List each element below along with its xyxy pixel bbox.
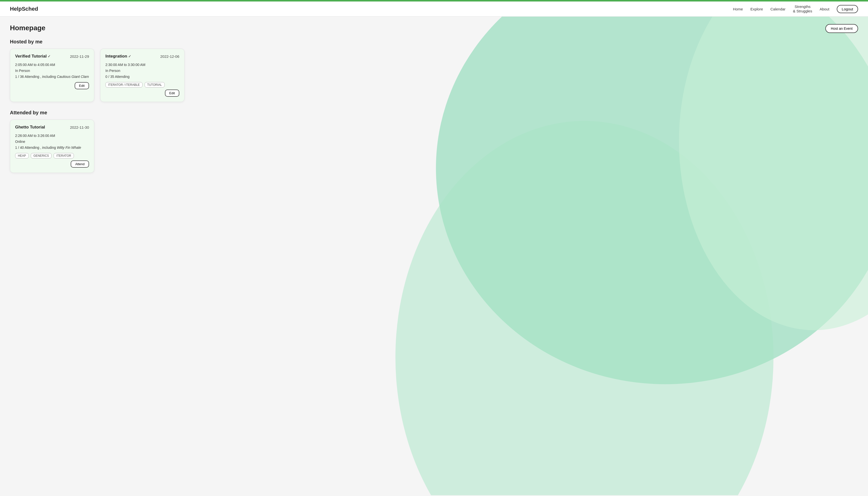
card-attending: 1 / 36 Attending , including Cautious Gi… — [15, 75, 89, 79]
nav-home[interactable]: Home — [733, 7, 743, 11]
card-location: In Person — [105, 69, 179, 73]
card-footer: ITERATOR / ITERABLE TUTORIAL Edit — [105, 82, 179, 97]
nav-calendar[interactable]: Calendar — [770, 7, 786, 11]
verified-icon: ✓ — [48, 54, 51, 58]
attended-section-title: Attended by me — [10, 110, 858, 115]
card-location: Online — [15, 140, 89, 144]
attended-section: Attended by me Ghetto Tutorial 2022-11-3… — [10, 110, 858, 173]
content-area: Homepage Host an Event Hosted by me Veri… — [10, 24, 858, 173]
card-attending: 1 / 40 Attending , including Witty Fin W… — [15, 145, 89, 150]
nav-links: Home Explore Calendar Strengths& Struggl… — [733, 4, 858, 13]
card-time: 2:30:00 AM to 3:30:00 AM — [105, 63, 179, 67]
card-title-group: Verified Tutorial✓ — [15, 54, 51, 59]
attend-button-ghetto-tutorial[interactable]: Attend — [71, 160, 89, 168]
nav-explore[interactable]: Explore — [750, 7, 763, 11]
card-date: 2022-11-30 — [70, 125, 89, 129]
card-time: 2:05:00 AM to 4:05:00 AM — [15, 63, 89, 67]
hosted-cards-row: Verified Tutorial✓ 2022-11-29 2:05:00 AM… — [10, 49, 858, 102]
edit-button-verified-tutorial[interactable]: Edit — [75, 82, 89, 89]
card-header: Integration✓ 2022-12-06 — [105, 54, 179, 59]
card-date: 2022-11-29 — [70, 54, 89, 59]
tag-tutorial: TUTORIAL — [144, 82, 165, 88]
card-date: 2022-12-06 — [160, 54, 179, 59]
page-title: Homepage — [10, 24, 45, 32]
attended-cards-row: Ghetto Tutorial 2022-11-30 2:26:00 AM to… — [10, 120, 858, 173]
event-card-ghetto-tutorial: Ghetto Tutorial 2022-11-30 2:26:00 AM to… — [10, 120, 94, 173]
card-title-group: Integration✓ — [105, 54, 131, 59]
host-event-button[interactable]: Host an Event — [825, 24, 858, 33]
card-time: 2:26:00 AM to 3:26:00 AM — [15, 134, 89, 138]
logout-button[interactable]: Logout — [837, 5, 858, 13]
tag-iterator: ITERATOR — [53, 153, 74, 158]
hosted-section-title: Hosted by me — [10, 39, 858, 45]
navbar: HelpSched Home Explore Calendar Strength… — [0, 1, 868, 17]
event-card-verified-tutorial: Verified Tutorial✓ 2022-11-29 2:05:00 AM… — [10, 49, 94, 102]
card-title: Ghetto Tutorial — [15, 125, 45, 130]
nav-about[interactable]: About — [820, 7, 829, 11]
card-footer: Edit — [15, 82, 89, 89]
tag-heap: HEAP — [15, 153, 29, 158]
attending-name: Witty Fin Whale — [57, 145, 81, 150]
event-card-integration: Integration✓ 2022-12-06 2:30:00 AM to 3:… — [100, 49, 185, 102]
main-content: Homepage Host an Event Hosted by me Veri… — [0, 17, 868, 495]
tag-generics: GENERICS — [31, 153, 52, 158]
card-title: Integration✓ — [105, 54, 131, 59]
verified-icon: ✓ — [128, 54, 131, 58]
nav-strengths[interactable]: Strengths& Struggles — [793, 4, 812, 13]
card-header: Verified Tutorial✓ 2022-11-29 — [15, 54, 89, 59]
svg-point-1 — [395, 121, 773, 495]
card-footer: HEAP GENERICS ITERATOR Attend — [15, 153, 89, 168]
card-header: Ghetto Tutorial 2022-11-30 — [15, 125, 89, 130]
card-title: Verified Tutorial✓ — [15, 54, 51, 59]
brand-logo: HelpSched — [10, 6, 38, 12]
hosted-section: Hosted by me Verified Tutorial✓ 2022-11-… — [10, 39, 858, 102]
tag-iterator-iterable: ITERATOR / ITERABLE — [105, 82, 143, 88]
attending-name: Cautious Giant Clam — [57, 75, 89, 79]
card-attending: 0 / 35 Attending — [105, 75, 179, 79]
edit-button-integration[interactable]: Edit — [165, 90, 179, 97]
card-location: In Person — [15, 69, 89, 73]
page-header: Homepage Host an Event — [10, 24, 858, 33]
